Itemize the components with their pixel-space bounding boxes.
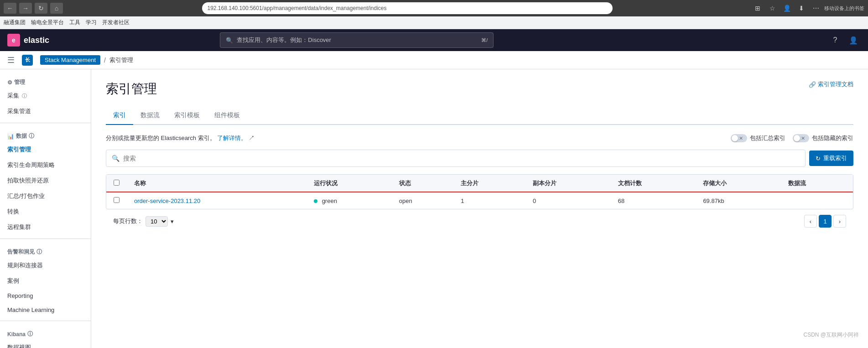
app-layout: ⚙ 管理 采集 ⓘ 采集管道 📊 数据 ⓘ 索引管理 索引生命周期策略 拍取快照… [0,69,868,348]
main-content: 索引管理 🔗 索引管理文档 索引 数据流 索引模板 组件模板 分别或批量更新您的… [91,69,868,348]
table-header-row: 名称 运行状况 状态 主分片 副本分片 文档计数 存储大小 数据流 [106,175,853,192]
toggle-group: ✕ 包括汇总索引 ✕ 包括隐藏的索引 [731,134,853,142]
sidebar-divider [0,239,91,239]
sidebar: ⚙ 管理 采集 ⓘ 采集管道 📊 数据 ⓘ 索引管理 索引生命周期策略 拍取快照… [0,69,91,348]
search-input-wrapper: 🔍 [106,150,806,167]
search-shortcut: ⌘/ [481,37,488,43]
download-button[interactable]: ⬇ [795,3,808,14]
toggle-rollup-switch[interactable]: ✕ [731,134,747,142]
row-storage-size: 69.87kb [696,192,781,209]
bookmark-label: 融通集团 [4,19,26,26]
refresh-icon: ↻ [816,155,821,162]
row-checkbox[interactable] [114,197,120,203]
table-row: order-service-2023.11.20 green open 1 0 … [106,192,853,209]
row-checkbox-cell [106,192,127,209]
logo-icon: e [7,34,20,47]
chevron-down-icon: ▾ [171,218,174,225]
sidebar-item-collect[interactable]: 采集 ⓘ [0,88,91,104]
watermark: CSDN @互联网小阿祥 [803,331,859,339]
bookmark-label: 学习 [86,19,97,26]
bookmark-learn[interactable]: 学习 [86,19,97,26]
row-status: open [392,192,453,209]
refresh-button[interactable]: ↻ [35,3,47,14]
bookmark-label: 开发者社区 [102,19,130,26]
reload-button[interactable]: ↻ 重载索引 [809,151,853,166]
index-table: 名称 运行状况 状态 主分片 副本分片 文档计数 存储大小 数据流 [106,174,853,209]
global-search[interactable]: 🔍 查找应用、内容等。例如：Discover ⌘/ [220,32,494,48]
col-doc-count: 文档计数 [611,175,696,192]
extensions-button[interactable]: ⊞ [751,3,764,14]
sidebar-item-ml[interactable]: Machine Learning [0,303,91,317]
search-input[interactable] [123,155,800,162]
search-icon: 🔍 [112,155,120,162]
sidebar-section-kibana: Kibana ⓘ [0,325,91,340]
bookmark-quanjing[interactable]: 输电全景平台 [31,19,64,26]
row-data-stream [781,192,853,209]
breadcrumb-separator: / [104,57,106,64]
tab-datastreams[interactable]: 数据流 [133,107,167,125]
bookmark-button[interactable]: ☆ [766,3,779,14]
info-icon: ⓘ [36,248,42,256]
sidebar-section-alerts: 告警和洞见 ⓘ [0,243,91,258]
row-replica-shards: 0 [525,192,611,209]
select-all-checkbox[interactable] [114,180,120,186]
page-controls: ‹ 1 › [804,215,846,228]
toggle-include-hidden: ✕ 包括隐藏的索引 [793,134,853,142]
sidebar-item-collect-pipeline[interactable]: 采集管道 [0,104,91,119]
tab-index-templates[interactable]: 索引模板 [167,107,207,125]
menu-button[interactable]: ⋯ [810,3,822,14]
breadcrumb-stack-management[interactable]: Stack Management [40,55,100,65]
search-placeholder: 查找应用、内容等。例如：Discover [237,36,331,44]
bookmark-tools[interactable]: 工具 [69,19,80,26]
back-button[interactable]: ← [4,3,16,14]
page-1-button[interactable]: 1 [819,215,832,228]
sidebar-divider [0,321,91,321]
col-replica-shards: 副本分片 [525,175,611,192]
help-icon[interactable]: ? [828,33,842,47]
sidebar-item-rules[interactable]: 规则和连接器 [0,258,91,273]
learn-more-link[interactable]: 了解详情。 [217,135,247,141]
toggle-x-icon: ✕ [801,135,805,141]
bookmark-rongtong[interactable]: 融通集团 [4,19,26,26]
row-name: order-service-2023.11.20 [127,192,307,209]
col-datastream: 数据流 [781,175,853,192]
doc-icon: 🔗 [809,81,816,88]
sidebar-item-remote-cluster[interactable]: 远程集群 [0,219,91,235]
col-health: 运行状况 [307,175,392,192]
sidebar-item-ilm[interactable]: 索引生命周期策略 [0,157,91,173]
toggle-knob [794,135,800,141]
per-page-select[interactable]: 10 25 50 [146,216,168,227]
sidebar-section-manage: ⚙ 管理 [0,73,91,88]
sidebar-item-index-management[interactable]: 索引管理 [0,142,91,157]
doc-link[interactable]: 🔗 索引管理文档 [809,80,853,88]
forward-button[interactable]: → [19,3,32,14]
per-page-selector: 每页行数： 10 25 50 ▾ [113,216,174,227]
tab-component-templates[interactable]: 组件模板 [207,107,247,125]
toggle-include-rollup: ✕ 包括汇总索引 [731,134,785,142]
prev-page-button[interactable]: ‹ [804,215,817,228]
bookmark-label: 工具 [69,19,80,26]
info-text: 分别或批量更新您的 Elasticsearch 索引。 了解详情。 ↗ [106,134,255,142]
logo-text: elastic [24,36,49,45]
url-bar[interactable]: 192.168.140.100:5601/app/management/data… [202,2,613,14]
sidebar-item-rollup[interactable]: 汇总/打包作业 [0,188,91,204]
sidebar-item-transform[interactable]: 转换 [0,204,91,219]
home-button[interactable]: ⌂ [50,3,63,14]
url-text: 192.168.140.100:5601/app/management/data… [208,5,387,11]
sidebar-item-reporting[interactable]: Reporting [0,289,91,303]
sidebar-item-snapshot[interactable]: 拍取快照并还原 [0,173,91,188]
sidebar-item-cases[interactable]: 案例 [0,273,91,289]
tab-indices[interactable]: 索引 [106,107,133,125]
hamburger-icon[interactable]: ☰ [7,55,15,65]
bookmarks-bar: 融通集团 输电全景平台 工具 学习 开发者社区 [0,16,868,29]
bookmark-devcom[interactable]: 开发者社区 [102,19,130,26]
search-icon: 🔍 [226,37,233,44]
row-health: green [307,192,392,209]
index-name-link[interactable]: order-service-2023.11.20 [134,197,200,204]
profile-button[interactable]: 👤 [780,3,793,14]
next-page-button[interactable]: › [833,215,846,228]
user-icon[interactable]: 👤 [846,33,861,47]
sidebar-item-data-views[interactable]: 数据视图 [0,340,91,348]
toggle-hidden-switch[interactable]: ✕ [793,134,809,142]
elastic-logo[interactable]: e elastic [7,34,49,47]
